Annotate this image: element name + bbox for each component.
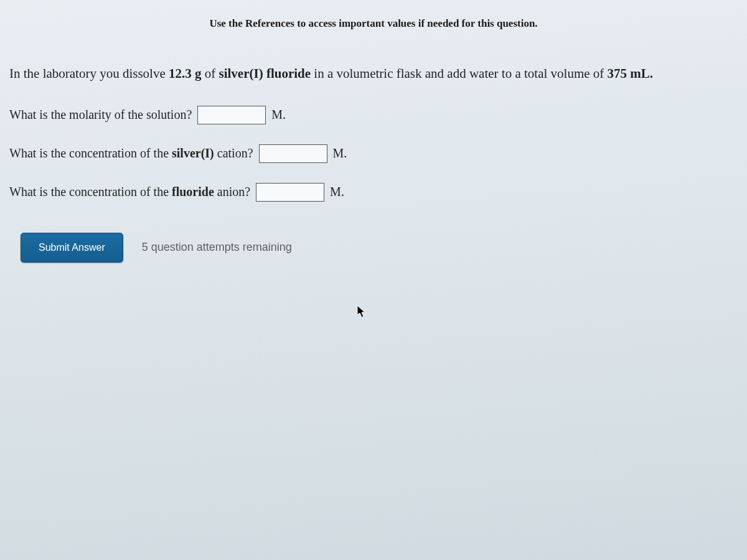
q2-bold: silver(I): [172, 146, 214, 160]
q3-prefix: What is the concentration of the: [9, 185, 172, 198]
submit-row: Submit Answer 5 question attempts remain…: [21, 233, 738, 263]
problem-of: of: [202, 66, 219, 81]
question-anion-label: What is the concentration of the fluorid…: [9, 185, 250, 199]
problem-compound: silver(I) fluoride: [219, 66, 311, 81]
question-anion-row: What is the concentration of the fluorid…: [9, 183, 738, 202]
question-cation-label: What is the concentration of the silver(…: [9, 146, 253, 161]
molarity-unit: M.: [271, 108, 286, 122]
question-molarity-row: What is the molarity of the solution? M.: [9, 106, 738, 124]
problem-statement: In the laboratory you dissolve 12.3 g of…: [9, 64, 738, 84]
question-cation-row: What is the concentration of the silver(…: [9, 144, 738, 163]
problem-mass: 12.3 g: [169, 66, 202, 81]
problem-prefix: In the laboratory you dissolve: [9, 66, 169, 81]
cursor-icon: [357, 305, 367, 319]
problem-volume: 375 mL.: [608, 66, 654, 81]
q3-bold: fluoride: [172, 185, 214, 198]
anion-concentration-input[interactable]: [256, 183, 324, 202]
molarity-input[interactable]: [197, 106, 266, 124]
question-molarity-label: What is the molarity of the solution?: [9, 108, 192, 122]
cation-concentration-input[interactable]: [259, 144, 327, 163]
q2-prefix: What is the concentration of the: [9, 146, 172, 160]
q3-suffix: anion?: [214, 185, 250, 198]
cation-unit: M.: [333, 146, 347, 161]
q2-suffix: cation?: [214, 146, 253, 160]
attempts-remaining: 5 question attempts remaining: [142, 241, 292, 254]
submit-answer-button[interactable]: Submit Answer: [21, 233, 123, 263]
anion-unit: M.: [330, 185, 344, 199]
reference-note: Use the References to access important v…: [9, 17, 738, 30]
problem-middle: in a volumetric flask and add water to a…: [311, 66, 607, 81]
